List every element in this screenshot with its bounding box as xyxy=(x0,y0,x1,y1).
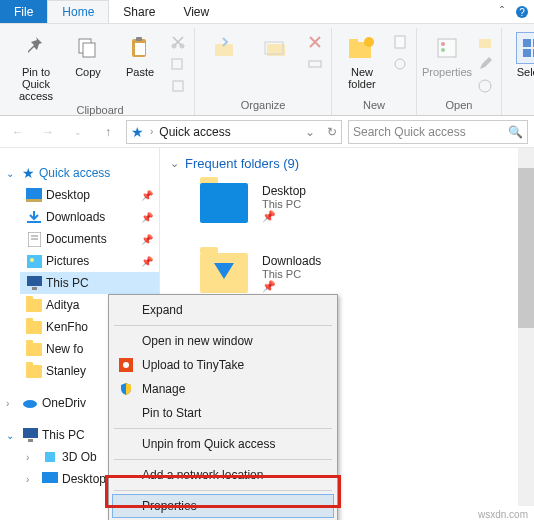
ctx-expand[interactable]: Expand xyxy=(112,298,334,322)
svg-point-21 xyxy=(441,42,445,46)
address-box[interactable]: ★ › Quick access ⌄ ↻ xyxy=(126,120,342,144)
context-menu: Expand Open in new window Upload to Tiny… xyxy=(108,294,338,520)
tab-share[interactable]: Share xyxy=(109,0,169,23)
cut-icon xyxy=(168,32,188,52)
svg-rect-3 xyxy=(83,43,95,57)
ctx-open-new-window[interactable]: Open in new window xyxy=(112,329,334,353)
3d-icon xyxy=(42,449,58,465)
tree-this-pc[interactable]: This PC xyxy=(20,272,159,294)
svg-rect-25 xyxy=(523,39,531,47)
chevron-right-icon[interactable]: › xyxy=(26,474,38,485)
scrollbar-thumb[interactable] xyxy=(518,168,534,328)
folder-icon xyxy=(26,365,42,378)
downloads-icon xyxy=(26,209,42,225)
paste-icon xyxy=(124,32,156,64)
dropdown-icon[interactable]: ⌄ xyxy=(305,125,315,139)
paste-shortcut-icon xyxy=(168,76,188,96)
svg-rect-41 xyxy=(28,439,33,442)
pc-icon xyxy=(22,427,38,443)
ctx-properties[interactable]: Properties xyxy=(112,494,334,518)
chevron-right-icon[interactable]: › xyxy=(26,452,38,463)
ctx-upload-tinytake[interactable]: Upload to TinyTake xyxy=(112,353,334,377)
tab-view[interactable]: View xyxy=(169,0,223,23)
svg-rect-43 xyxy=(42,472,58,483)
pin-icon: 📌 xyxy=(262,210,306,223)
svg-rect-16 xyxy=(349,39,358,43)
tree-quick-access[interactable]: ⌄ ★ Quick access xyxy=(0,162,159,184)
group-label-new: New xyxy=(363,97,385,115)
forward-button: → xyxy=(36,120,60,144)
folder-icon xyxy=(26,321,42,334)
svg-rect-6 xyxy=(136,37,142,41)
copy-button[interactable]: Copy xyxy=(64,28,112,78)
scrollbar[interactable] xyxy=(518,148,534,506)
shield-icon xyxy=(118,381,134,397)
svg-rect-37 xyxy=(27,276,42,286)
svg-point-39 xyxy=(23,400,37,408)
search-box[interactable]: Search Quick access 🔍 xyxy=(348,120,528,144)
ctx-pin-start[interactable]: Pin to Start xyxy=(112,401,334,425)
svg-point-19 xyxy=(395,59,405,69)
copy-to-icon xyxy=(261,32,293,64)
onedrive-icon xyxy=(22,395,38,411)
desktop-icon xyxy=(42,471,58,487)
pin-icon: 📌 xyxy=(141,212,153,223)
folder-icon xyxy=(200,183,248,223)
pin-icon xyxy=(20,32,52,64)
folder-item-downloads[interactable]: Downloads This PC 📌 xyxy=(170,253,524,293)
ctx-add-network[interactable]: Add a network location xyxy=(112,463,334,487)
tree-downloads[interactable]: Downloads📌 xyxy=(20,206,159,228)
desktop-icon xyxy=(26,187,42,203)
chevron-down-icon[interactable]: ⌄ xyxy=(170,157,179,170)
help-icon[interactable]: ? xyxy=(510,0,534,23)
svg-rect-20 xyxy=(438,39,456,57)
pin-icon: 📌 xyxy=(141,234,153,245)
tree-pictures[interactable]: Pictures📌 xyxy=(20,250,159,272)
ctx-manage[interactable]: Manage xyxy=(112,377,334,401)
easy-access-icon xyxy=(390,54,410,74)
pin-to-quick-access-button[interactable]: Pin to Quick access xyxy=(12,28,60,102)
new-folder-button[interactable]: New folder xyxy=(338,28,386,90)
address-bar: ← → ⌄ ↑ ★ › Quick access ⌄ ↻ Search Quic… xyxy=(0,116,534,148)
section-header[interactable]: ⌄ Frequent folders (9) xyxy=(170,156,524,171)
group-clipboard: Pin to Quick access Copy Paste Clipboard xyxy=(6,28,195,115)
copy-icon xyxy=(72,32,104,64)
svg-rect-31 xyxy=(27,221,41,223)
chevron-down-icon[interactable]: ⌄ xyxy=(6,168,18,179)
properties-icon xyxy=(431,32,463,64)
chevron-right-icon[interactable]: › xyxy=(6,398,18,409)
documents-icon xyxy=(26,231,42,247)
tree-documents[interactable]: Documents📌 xyxy=(20,228,159,250)
refresh-icon[interactable]: ↻ xyxy=(327,125,337,139)
svg-point-17 xyxy=(364,37,374,47)
ribbon-tabs: File Home Share View ˆ ? xyxy=(0,0,534,24)
recent-button: ⌄ xyxy=(66,120,90,144)
svg-rect-35 xyxy=(27,255,42,268)
svg-text:?: ? xyxy=(519,7,525,18)
group-open: Properties Open xyxy=(417,28,502,115)
search-placeholder: Search Quick access xyxy=(353,125,466,139)
search-icon[interactable]: 🔍 xyxy=(508,125,523,139)
ctx-unpin-quick[interactable]: Unpin from Quick access xyxy=(112,432,334,456)
select-button[interactable]: Select xyxy=(508,28,534,78)
up-button[interactable]: ↑ xyxy=(96,120,120,144)
copy-path-icon xyxy=(168,54,188,74)
folder-icon xyxy=(200,253,248,293)
tab-home[interactable]: Home xyxy=(47,0,109,23)
tab-file[interactable]: File xyxy=(0,0,47,23)
quick-access-star-icon: ★ xyxy=(131,124,144,140)
paste-button[interactable]: Paste xyxy=(116,28,164,78)
svg-rect-27 xyxy=(523,49,531,57)
pin-icon: 📌 xyxy=(141,256,153,267)
svg-rect-5 xyxy=(135,43,145,55)
open-icon xyxy=(475,32,495,52)
pictures-icon xyxy=(26,253,42,269)
new-item-icon xyxy=(390,32,410,52)
chevron-down-icon[interactable]: ⌄ xyxy=(6,430,18,441)
minimize-ribbon-icon[interactable]: ˆ xyxy=(494,0,510,23)
tree-desktop[interactable]: Desktop📌 xyxy=(20,184,159,206)
folder-item-desktop[interactable]: Desktop This PC 📌 xyxy=(170,183,524,223)
group-label-open: Open xyxy=(446,97,473,115)
svg-point-24 xyxy=(479,80,491,92)
star-icon: ★ xyxy=(22,165,35,181)
